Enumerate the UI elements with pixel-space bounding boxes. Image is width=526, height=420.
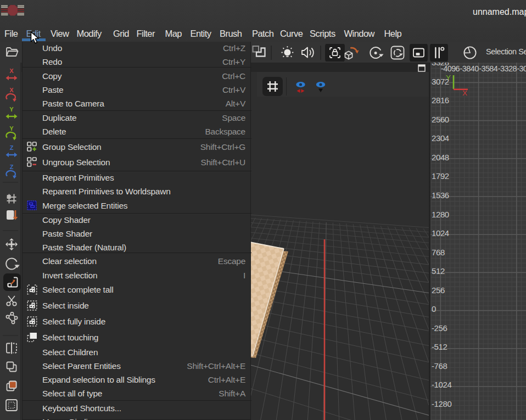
svg-text:X: X [9, 68, 14, 74]
svg-text:Z: Z [10, 144, 14, 151]
svg-text:X: X [9, 87, 14, 93]
svg-text:Z: Z [10, 164, 14, 170]
svg-text:Y: Y [9, 125, 14, 132]
svg-text:Y: Y [9, 106, 14, 113]
